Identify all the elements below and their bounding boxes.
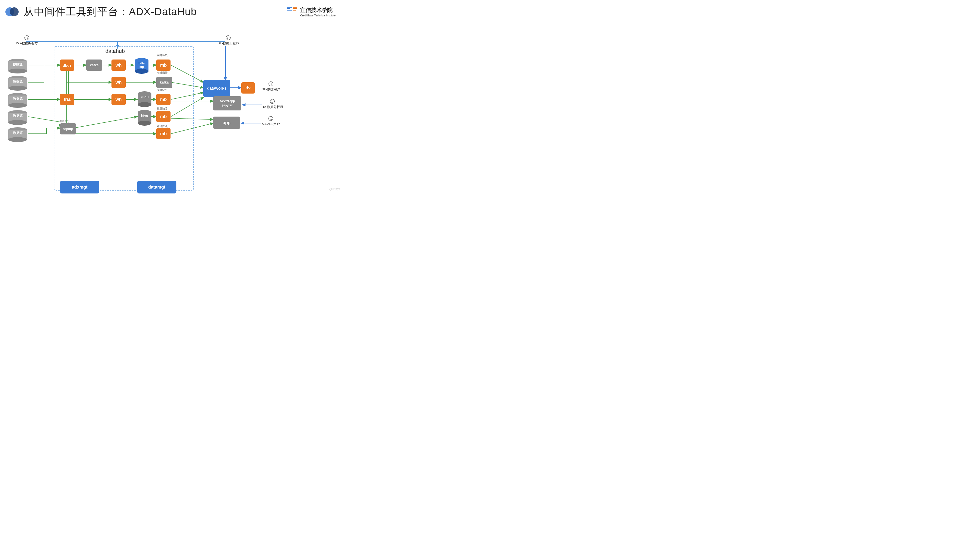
dv-box: dv	[241, 82, 255, 94]
svg-point-49	[8, 68, 27, 73]
ds5-label: 数据源	[7, 131, 28, 135]
ds3-label: 数据源	[7, 97, 28, 101]
svg-point-55	[8, 103, 27, 108]
du-face-icon: ☺	[267, 79, 275, 87]
dataworks-box: dataworks	[204, 80, 230, 97]
realtime-snapshot-label: 实时快照	[157, 88, 167, 92]
ds1-label: 数据源	[7, 62, 28, 67]
svg-rect-4	[287, 10, 292, 11]
de-face-icon: ☺	[224, 33, 232, 41]
tria-box: tria	[60, 94, 74, 105]
mb1-box: mb	[156, 59, 170, 71]
sqoop-box: sqoop	[60, 123, 76, 135]
do-face-icon: ☺	[23, 33, 31, 41]
svg-point-61	[8, 137, 27, 142]
datahub-label: datahub	[105, 48, 125, 54]
mb3-box: mb	[156, 94, 170, 105]
svg-point-67	[138, 102, 151, 107]
kafka2-box: kafka	[156, 77, 172, 88]
realtime-increment-label: 实时增量	[157, 71, 167, 75]
ds2-label: 数据源	[7, 79, 28, 84]
brand-name: 宜信技术学院	[300, 6, 336, 14]
diagram: ☺ DO-数据拥有方 ☺ DE-数据工程师 datahub 数据源 数据源	[0, 22, 343, 193]
du-label: DU-数据用户	[262, 87, 280, 92]
brand-sub: CreditEase Technical Institute	[300, 14, 336, 17]
du-person: ☺ DU-数据用户	[262, 79, 280, 92]
da-face-icon: ☺	[268, 97, 276, 105]
au-arrow	[240, 121, 262, 125]
datasource-1: 数据源	[7, 59, 28, 75]
watermark: @宜信技	[329, 187, 340, 191]
header: 从中间件工具到平台：ADX-DataHub 宜信技术学院 CreditEase …	[0, 0, 343, 22]
logo-icon	[5, 5, 20, 19]
wh2-box: wh	[111, 77, 126, 88]
svg-rect-3	[287, 8, 290, 9]
hdfs-log: hdfslog	[134, 58, 150, 75]
mb5-box: mb	[156, 128, 170, 139]
da-arrow	[241, 102, 263, 107]
adxmgt-box: adxmgt	[60, 181, 99, 194]
brand-icon	[286, 6, 298, 17]
ds4-label: 数据源	[7, 114, 28, 118]
svg-point-58	[8, 120, 27, 125]
svg-point-1	[10, 7, 19, 16]
au-face-icon: ☺	[267, 114, 275, 122]
header-left: 从中间件工具到平台：ADX-DataHub	[5, 5, 197, 19]
wh3-box: wh	[111, 94, 126, 105]
svg-rect-2	[287, 7, 292, 8]
da-label: DA-数据分析师	[262, 105, 283, 109]
brand-logo: 宜信技术学院 CreditEase Technical Institute	[286, 6, 336, 17]
kafka1-box: kafka	[86, 59, 102, 71]
datasource-5: 数据源	[7, 127, 28, 143]
de-label: DE-数据工程师	[218, 41, 239, 46]
plan-b-label: (plan b)	[60, 119, 69, 122]
page-title: 从中间件工具到平台：ADX-DataHub	[24, 5, 197, 19]
datasource-3: 数据源	[7, 93, 28, 109]
datasource-4: 数据源	[7, 110, 28, 126]
svg-point-52	[8, 86, 27, 91]
datasource-2: 数据源	[7, 76, 28, 92]
kudu-label: kudu	[137, 95, 153, 99]
de-person: ☺ DE-数据工程师	[218, 33, 239, 46]
hive-shape: hive	[137, 110, 153, 127]
svg-point-64	[135, 69, 148, 74]
au-person: ☺ AU-APP用户	[262, 114, 280, 126]
da-person: ☺ DA-数据分析师	[262, 97, 283, 109]
kudu-shape: kudu	[137, 91, 153, 108]
batch-snapshot-label: 批量快照	[157, 107, 167, 110]
datamgt-box: datamgt	[137, 181, 177, 194]
svg-rect-5	[293, 7, 297, 8]
svg-rect-6	[293, 8, 297, 9]
brand-text: 宜信技术学院 CreditEase Technical Institute	[300, 6, 336, 17]
sas-box: sas/r/zepp jupyter	[213, 96, 241, 110]
mb4-box: mb	[156, 111, 170, 122]
app-box: app	[213, 117, 240, 129]
do-person: ☺ DO-数据拥有方	[16, 33, 38, 46]
logic-snapshot-label: 逻辑快照	[157, 124, 167, 128]
svg-point-70	[138, 121, 151, 125]
realtime-history-label: 实时历史	[157, 53, 167, 57]
do-label: DO-数据拥有方	[16, 41, 38, 46]
wh1-box: wh	[111, 59, 126, 71]
au-label: AU-APP用户	[262, 122, 280, 126]
hdfs-label: hdfslog	[134, 62, 150, 69]
svg-rect-7	[293, 10, 296, 11]
hive-label: hive	[137, 114, 153, 118]
dbus-box: dbus	[60, 59, 74, 71]
